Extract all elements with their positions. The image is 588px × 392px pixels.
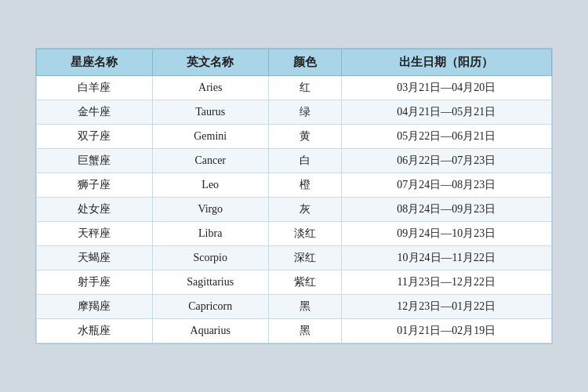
table-header-cell: 出生日期（阳历） [341, 49, 551, 76]
table-cell: 橙 [268, 173, 341, 198]
table-cell: 摩羯座 [37, 295, 153, 319]
table-row: 双子座Gemini黄05月22日—06月21日 [37, 125, 552, 149]
table-row: 天蝎座Scorpio深红10月24日—11月22日 [37, 246, 552, 270]
table-header-row: 星座名称英文名称颜色出生日期（阳历） [37, 49, 552, 76]
table-cell: 08月24日—09月23日 [341, 198, 551, 222]
table-cell: 06月22日—07月23日 [341, 149, 551, 173]
table-cell: 04月21日—05月21日 [341, 100, 551, 125]
table-cell: 黑 [268, 319, 341, 343]
table-cell: 金牛座 [37, 100, 153, 125]
table-cell: Aries [152, 76, 268, 100]
table-cell: 深红 [268, 246, 341, 270]
table-cell: 巨蟹座 [37, 149, 153, 173]
table-cell: 狮子座 [37, 173, 153, 198]
table-cell: 绿 [268, 100, 341, 125]
table-cell: 天秤座 [37, 222, 153, 246]
table-cell: Libra [152, 222, 268, 246]
table-row: 天秤座Libra淡红09月24日—10月23日 [37, 222, 552, 246]
table-header-cell: 颜色 [268, 49, 341, 76]
table-cell: 双子座 [37, 125, 153, 149]
table-cell: Capricorn [152, 295, 268, 319]
table-cell: 处女座 [37, 198, 153, 222]
table-cell: Sagittarius [152, 270, 268, 295]
table-cell: Scorpio [152, 246, 268, 270]
table-cell: 05月22日—06月21日 [341, 125, 551, 149]
table-header-cell: 英文名称 [152, 49, 268, 76]
table-header-cell: 星座名称 [37, 49, 153, 76]
table-cell: 射手座 [37, 270, 153, 295]
table-row: 摩羯座Capricorn黑12月23日—01月22日 [37, 295, 552, 319]
table-cell: Virgo [152, 198, 268, 222]
table-cell: Aquarius [152, 319, 268, 343]
table-cell: 灰 [268, 198, 341, 222]
table-cell: 紫红 [268, 270, 341, 295]
table-cell: 天蝎座 [37, 246, 153, 270]
table-cell: Taurus [152, 100, 268, 125]
table-cell: 01月21日—02月19日 [341, 319, 551, 343]
table-row: 狮子座Leo橙07月24日—08月23日 [37, 173, 552, 198]
table-cell: Cancer [152, 149, 268, 173]
table-cell: 水瓶座 [37, 319, 153, 343]
table-cell: 黄 [268, 125, 341, 149]
table-cell: 白 [268, 149, 341, 173]
table-cell: 白羊座 [37, 76, 153, 100]
table-cell: Leo [152, 173, 268, 198]
table-row: 巨蟹座Cancer白06月22日—07月23日 [37, 149, 552, 173]
table-row: 射手座Sagittarius紫红11月23日—12月22日 [37, 270, 552, 295]
table-row: 白羊座Aries红03月21日—04月20日 [37, 76, 552, 100]
table-cell: 12月23日—01月22日 [341, 295, 551, 319]
table-row: 金牛座Taurus绿04月21日—05月21日 [37, 100, 552, 125]
zodiac-table: 星座名称英文名称颜色出生日期（阳历） 白羊座Aries红03月21日—04月20… [36, 49, 552, 343]
table-row: 处女座Virgo灰08月24日—09月23日 [37, 198, 552, 222]
table-body: 白羊座Aries红03月21日—04月20日金牛座Taurus绿04月21日—0… [37, 76, 552, 343]
table-row: 水瓶座Aquarius黑01月21日—02月19日 [37, 319, 552, 343]
table-cell: 10月24日—11月22日 [341, 246, 551, 270]
table-cell: Gemini [152, 125, 268, 149]
table-cell: 红 [268, 76, 341, 100]
table-cell: 11月23日—12月22日 [341, 270, 551, 295]
table-cell: 黑 [268, 295, 341, 319]
table-cell: 09月24日—10月23日 [341, 222, 551, 246]
table-cell: 03月21日—04月20日 [341, 76, 551, 100]
zodiac-table-wrapper: 星座名称英文名称颜色出生日期（阳历） 白羊座Aries红03月21日—04月20… [35, 48, 553, 344]
table-cell: 07月24日—08月23日 [341, 173, 551, 198]
table-cell: 淡红 [268, 222, 341, 246]
